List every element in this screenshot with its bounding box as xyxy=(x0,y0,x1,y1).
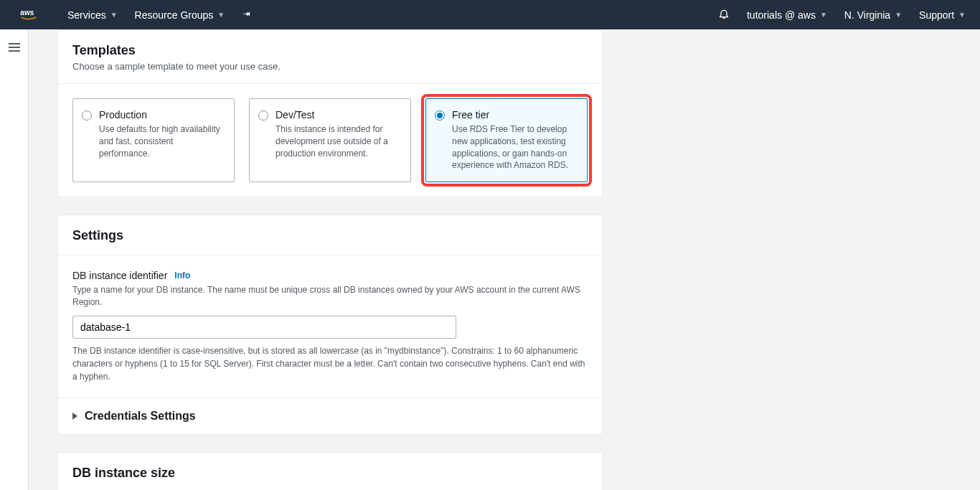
svg-text:aws: aws xyxy=(20,9,34,17)
radio-icon xyxy=(82,110,92,121)
credentials-label: Credentials Settings xyxy=(85,410,196,423)
chevron-down-icon: ▼ xyxy=(958,11,966,19)
template-card-freetier[interactable]: Free tier Use RDS Free Tier to develop n… xyxy=(425,98,588,182)
template-card-production[interactable]: Production Use defaults for high availab… xyxy=(72,98,235,182)
support-menu[interactable]: Support ▼ xyxy=(919,9,966,21)
card-desc: Use RDS Free Tier to develop new applica… xyxy=(452,123,577,171)
hamburger-icon xyxy=(9,41,20,490)
chevron-down-icon: ▼ xyxy=(895,11,902,19)
services-menu[interactable]: Services ▼ xyxy=(67,9,118,21)
notifications-icon[interactable] xyxy=(718,8,730,22)
triangle-right-icon xyxy=(72,413,77,420)
radio-icon xyxy=(435,110,445,121)
identifier-constraint: The DB instance identifier is case-insen… xyxy=(72,344,588,383)
credentials-expander[interactable]: Credentials Settings xyxy=(58,397,602,434)
account-label: tutorials @ aws xyxy=(747,9,816,21)
card-title: Free tier xyxy=(452,109,577,121)
chevron-down-icon: ▼ xyxy=(110,11,118,19)
top-navigation: aws Services ▼ Resource Groups ▼ tutoria… xyxy=(0,0,980,29)
db-size-title: DB instance size xyxy=(72,466,588,481)
db-identifier-input[interactable] xyxy=(72,316,456,339)
template-card-devtest[interactable]: Dev/Test This instance is intended for d… xyxy=(249,98,411,182)
sidebar-toggle[interactable] xyxy=(0,29,29,490)
card-title: Dev/Test xyxy=(275,109,400,121)
aws-logo[interactable]: aws xyxy=(14,8,50,22)
radio-icon xyxy=(258,110,268,121)
db-size-panel: DB instance size xyxy=(57,452,603,490)
templates-title: Templates xyxy=(72,43,588,58)
resource-groups-menu[interactable]: Resource Groups ▼ xyxy=(135,9,225,21)
support-label: Support xyxy=(919,9,954,21)
templates-subtitle: Choose a sample template to meet your us… xyxy=(72,61,588,72)
card-desc: This instance is intended for developmen… xyxy=(275,123,400,159)
settings-title: Settings xyxy=(72,228,588,243)
services-label: Services xyxy=(67,9,106,21)
resource-groups-label: Resource Groups xyxy=(135,9,214,21)
settings-panel: Settings DB instance identifier Info Typ… xyxy=(57,215,603,435)
card-title: Production xyxy=(99,109,224,121)
region-label: N. Virginia xyxy=(844,9,890,21)
templates-panel: Templates Choose a sample template to me… xyxy=(57,29,603,197)
main-content: Templates Choose a sample template to me… xyxy=(29,29,980,490)
info-link[interactable]: Info xyxy=(174,270,190,281)
account-menu[interactable]: tutorials @ aws ▼ xyxy=(747,9,827,21)
identifier-label: DB instance identifier xyxy=(72,270,167,281)
pin-icon[interactable] xyxy=(242,9,252,21)
identifier-help: Type a name for your DB instance. The na… xyxy=(72,284,588,308)
chevron-down-icon: ▼ xyxy=(217,11,225,19)
card-desc: Use defaults for high availability and f… xyxy=(99,123,224,159)
chevron-down-icon: ▼ xyxy=(820,11,827,19)
region-menu[interactable]: N. Virginia ▼ xyxy=(844,9,902,21)
